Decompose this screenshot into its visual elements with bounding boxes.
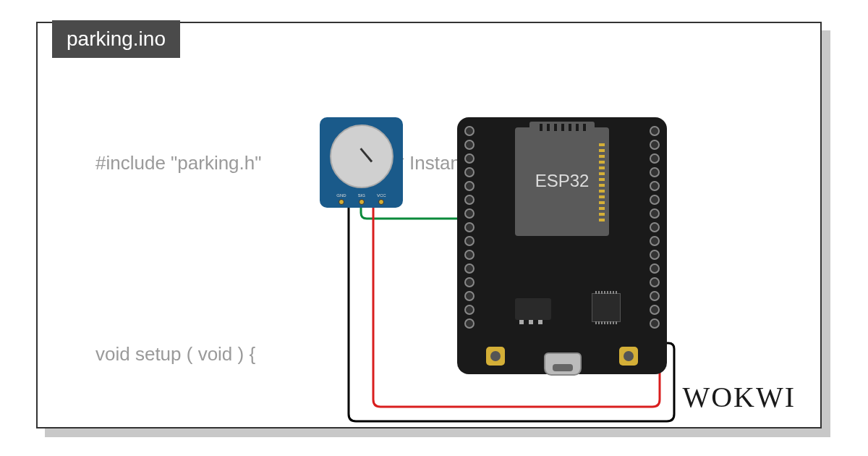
- pin-hole-icon: [359, 199, 365, 205]
- pin-header-right: [650, 126, 660, 329]
- enable-button[interactable]: [619, 347, 638, 366]
- code-text: void setup ( void ) {: [95, 343, 255, 365]
- project-card: #include "parking.h"/* Instancia de la c…: [36, 22, 822, 428]
- pin-label: SIG: [358, 193, 365, 198]
- circuit-diagram: GND SIG VCC ESP32: [320, 117, 681, 421]
- pin-label: VCC: [377, 193, 386, 198]
- voltage-regulator-icon: [515, 298, 551, 320]
- brand-logo: WOKWI: [682, 380, 796, 414]
- pin-hole-icon: [378, 199, 384, 205]
- potentiometer-module[interactable]: GND SIG VCC: [320, 117, 403, 208]
- chip-contacts-icon: [599, 142, 605, 221]
- pin-hole-icon: [339, 199, 344, 205]
- chip-label: ESP32: [515, 171, 609, 191]
- potentiometer-pins: GND SIG VCC: [320, 193, 403, 205]
- antenna-icon: [529, 122, 595, 133]
- esp32-devkit[interactable]: ESP32: [457, 117, 667, 374]
- micro-usb-port-icon: [544, 352, 582, 376]
- knob-indicator-icon: [359, 148, 373, 162]
- code-text: #include "parking.h": [95, 152, 262, 174]
- pin-header-left: [464, 126, 475, 329]
- potentiometer-knob[interactable]: [330, 124, 393, 188]
- pin-label: GND: [336, 193, 346, 198]
- boot-button[interactable]: [486, 347, 505, 366]
- filename-tab[interactable]: parking.ino: [52, 20, 180, 58]
- esp32-shield-icon: ESP32: [515, 127, 609, 236]
- usb-serial-chip-icon: [592, 293, 621, 322]
